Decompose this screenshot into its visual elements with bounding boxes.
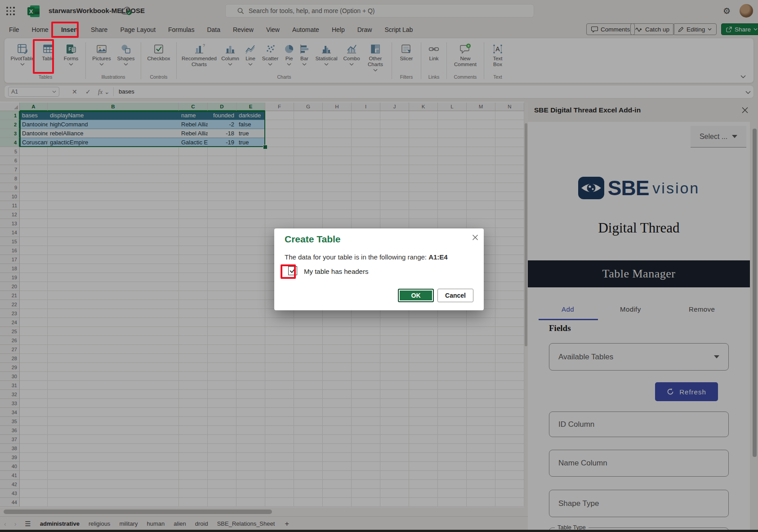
row-header-5[interactable]: 5 xyxy=(0,147,20,156)
row-header-14[interactable]: 14 xyxy=(0,228,20,237)
row-header-9[interactable]: 9 xyxy=(0,183,20,192)
cancel-button[interactable]: Cancel xyxy=(437,289,473,302)
row-header-4[interactable]: 4 xyxy=(0,138,20,147)
row-header-40[interactable]: 40 xyxy=(0,462,20,471)
column-header-C[interactable]: C xyxy=(179,103,208,111)
menu-tab-draw[interactable]: Draw xyxy=(356,25,374,34)
sheet-tab-administrative[interactable]: administrative xyxy=(36,517,84,531)
ribbon-button-other-charts[interactable]: Other Charts xyxy=(364,40,387,72)
column-header-G[interactable]: G xyxy=(294,103,323,111)
app-launcher-icon[interactable] xyxy=(6,7,15,15)
sheet-tab-human[interactable]: human xyxy=(143,517,169,531)
column-header-A[interactable]: A xyxy=(20,103,48,111)
menu-tab-view[interactable]: View xyxy=(264,25,281,34)
menu-tab-data[interactable]: Data xyxy=(205,25,222,34)
menu-tab-help[interactable]: Help xyxy=(330,25,347,34)
row-header-44[interactable]: 44 xyxy=(0,498,20,507)
column-header-F[interactable]: F xyxy=(265,103,294,111)
ribbon-button-slicer[interactable]: Slicer xyxy=(397,40,416,62)
column-header-M[interactable]: M xyxy=(467,103,495,111)
row-header-43[interactable]: 43 xyxy=(0,489,20,498)
menu-tab-review[interactable]: Review xyxy=(231,25,255,34)
menu-tab-formulas[interactable]: Formulas xyxy=(166,25,196,34)
share-button[interactable]: Share xyxy=(721,23,758,35)
ribbon-button-column[interactable]: Column xyxy=(220,40,241,66)
column-header-E[interactable]: E xyxy=(236,103,265,111)
row-header-42[interactable]: 42 xyxy=(0,480,20,489)
row-header-16[interactable]: 16 xyxy=(0,246,20,255)
ribbon-button-shapes[interactable]: Shapes xyxy=(116,40,136,66)
ok-button[interactable]: OK xyxy=(398,289,434,302)
sheet-tab-military[interactable]: military xyxy=(115,517,142,531)
sheet-tab-alien[interactable]: alien xyxy=(169,517,190,531)
row-header-20[interactable]: 20 xyxy=(0,282,20,291)
column-header-I[interactable]: I xyxy=(352,103,380,111)
tab-remove[interactable]: Remove xyxy=(689,305,715,313)
tab-modify[interactable]: Modify xyxy=(620,305,641,313)
ribbon-button-text-box[interactable]: AText Box xyxy=(489,40,507,67)
id-column-field[interactable]: ID Column xyxy=(549,411,729,437)
row-header-36[interactable]: 36 xyxy=(0,426,20,435)
name-column-field[interactable]: Name Column xyxy=(549,450,729,477)
menu-tab-script-lab[interactable]: Script Lab xyxy=(383,25,415,34)
sheet-nav-left-icon[interactable]: ‹ xyxy=(0,520,10,528)
formula-cancel-icon[interactable]: ✕ xyxy=(72,88,77,95)
row-header-12[interactable]: 12 xyxy=(0,210,20,219)
formula-enter-icon[interactable]: ✓ xyxy=(85,88,91,95)
row-header-41[interactable]: 41 xyxy=(0,471,20,480)
ribbon-button-pivottable[interactable]: PivotTable xyxy=(10,40,35,66)
name-box[interactable]: A1 xyxy=(8,87,59,97)
sheet-nav-right-icon[interactable]: › xyxy=(10,520,21,528)
comments-button[interactable]: Comments xyxy=(586,23,635,35)
row-header-11[interactable]: 11 xyxy=(0,201,20,210)
catch-up-button[interactable]: Catch up xyxy=(630,23,674,35)
ribbon-button-bar[interactable]: Bar xyxy=(298,40,311,66)
settings-gear-icon[interactable]: ⚙ xyxy=(723,6,731,16)
row-header-26[interactable]: 26 xyxy=(0,336,20,345)
column-header-H[interactable]: H xyxy=(323,103,352,111)
menu-tab-home[interactable]: Home xyxy=(30,25,50,34)
row-header-29[interactable]: 29 xyxy=(0,363,20,372)
expand-formula-bar-icon[interactable] xyxy=(745,91,751,94)
ribbon-button-pictures[interactable]: Pictures xyxy=(90,40,113,66)
row-header-6[interactable]: 6 xyxy=(0,156,20,165)
row-header-23[interactable]: 23 xyxy=(0,309,20,318)
column-header-K[interactable]: K xyxy=(409,103,438,111)
formula-input[interactable]: bases xyxy=(119,88,134,95)
fx-icon[interactable]: fx ⌄ xyxy=(98,88,109,96)
collapse-ribbon-icon[interactable] xyxy=(740,75,746,79)
row-header-2[interactable]: 2 xyxy=(0,120,20,129)
ribbon-button-link[interactable]: Link xyxy=(426,40,442,62)
column-header-B[interactable]: B xyxy=(48,103,179,111)
sheet-tab-SBE_Relations_Sheet[interactable]: SBE_Relations_Sheet xyxy=(213,517,280,531)
search-input[interactable]: Search for tools, help, and more (Option… xyxy=(225,4,534,18)
selection-fill-handle[interactable] xyxy=(263,145,268,149)
refresh-button[interactable]: Refresh xyxy=(655,382,718,401)
user-avatar[interactable] xyxy=(740,4,753,18)
row-header-15[interactable]: 15 xyxy=(0,237,20,246)
tab-add[interactable]: Add xyxy=(562,305,574,313)
ribbon-button-line[interactable]: Line xyxy=(243,40,258,66)
menu-tab-automate[interactable]: Automate xyxy=(290,25,321,34)
shape-type-field[interactable]: Shape Type xyxy=(549,490,729,517)
select-all-corner[interactable] xyxy=(0,103,20,111)
row-header-22[interactable]: 22 xyxy=(0,300,20,309)
dialog-close-icon[interactable] xyxy=(471,233,480,242)
ribbon-button-scatter[interactable]: Scatter xyxy=(260,40,280,66)
row-header-33[interactable]: 33 xyxy=(0,399,20,408)
sheet-list-icon[interactable]: ☰ xyxy=(20,520,35,528)
row-header-7[interactable]: 7 xyxy=(0,165,20,174)
row-header-35[interactable]: 35 xyxy=(0,417,20,426)
row-header-39[interactable]: 39 xyxy=(0,453,20,462)
row-header-32[interactable]: 32 xyxy=(0,390,20,399)
row-header-21[interactable]: 21 xyxy=(0,291,20,300)
editing-mode-button[interactable]: Editing xyxy=(673,23,717,35)
row-header-28[interactable]: 28 xyxy=(0,354,20,363)
row-header-34[interactable]: 34 xyxy=(0,408,20,417)
column-header-D[interactable]: D xyxy=(208,103,236,111)
menu-tab-file[interactable]: File xyxy=(7,25,21,34)
row-header-27[interactable]: 27 xyxy=(0,345,20,354)
column-header-N[interactable]: N xyxy=(495,103,524,111)
row-header-37[interactable]: 37 xyxy=(0,435,20,444)
menu-tab-page-layout[interactable]: Page Layout xyxy=(118,25,157,34)
